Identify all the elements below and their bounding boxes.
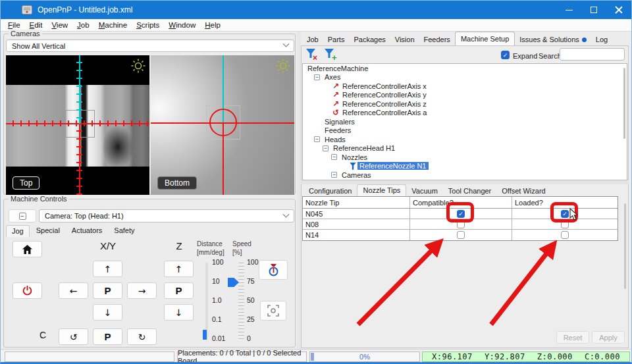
tab-issues-solutions[interactable]: Issues & Solutions [515, 34, 591, 45]
menu-item-view[interactable]: View [47, 21, 72, 29]
cameras-group-title: Cameras [9, 30, 42, 38]
tool-select[interactable]: Camera: Top (Head: H1) [39, 209, 294, 222]
tree-item-referencecontrolleraxis-z[interactable]: ↗ReferenceControllerAxis z [303, 99, 627, 109]
tree-expander-icon[interactable]: − [314, 74, 320, 80]
search-input[interactable] [560, 48, 625, 61]
menu-bar: FileEditViewJobMachineScriptsWindowHelp [1, 19, 631, 32]
tree-item-cameras[interactable]: −Cameras [303, 170, 627, 180]
camera-capture-button[interactable] [260, 301, 286, 321]
tree-item-referencecontrolleraxis-y[interactable]: ↗ReferenceControllerAxis y [303, 91, 627, 100]
tree-item-heads[interactable]: −Heads [303, 135, 627, 144]
menu-item-help[interactable]: Help [200, 21, 225, 29]
camera-view-bottom[interactable]: Bottom [151, 55, 294, 195]
jog-tab-actuators[interactable]: Actuators [66, 225, 107, 237]
park-c-button[interactable]: P [93, 328, 122, 345]
park-z-button[interactable]: P [164, 282, 194, 299]
table-row-n14[interactable]: N14 [303, 230, 618, 240]
tree-item-feeders[interactable]: Feeders [303, 126, 627, 136]
apply-button[interactable]: Apply [592, 331, 625, 344]
distance-slider-handle[interactable] [203, 330, 207, 340]
table-row-n045[interactable]: N045✓✓ [303, 209, 618, 219]
arrow-down-icon: ↓ [104, 307, 112, 318]
table-scrollbar[interactable] [624, 203, 626, 289]
tab-parts[interactable]: Parts [323, 34, 350, 45]
axis-rotation-icon: ↺ [331, 108, 340, 117]
crosshair-vertical-cyan-ticks [76, 55, 82, 124]
jog-z-minus-button[interactable]: ↓ [164, 304, 194, 321]
compatible-checkbox-n14[interactable] [457, 231, 465, 239]
rotate-cw-button[interactable]: ↻ [127, 328, 157, 345]
tree-scrollbar[interactable] [623, 68, 625, 139]
tree-item-referencemachine[interactable]: ReferenceMachine [303, 64, 627, 73]
chevron-down-icon [283, 211, 290, 217]
menu-item-edit[interactable]: Edit [25, 21, 47, 29]
tab-log[interactable]: Log [591, 34, 612, 45]
maximize-icon [591, 7, 597, 13]
setup-tab-nozzle-tips[interactable]: Nozzle Tips [357, 184, 406, 196]
tree-expander-icon[interactable]: − [331, 172, 337, 178]
tree-item-referencecontrolleraxis-a[interactable]: ↺ReferenceControllerAxis a [303, 109, 627, 118]
jog-tab-safety[interactable]: Safety [109, 225, 140, 237]
expand-checkbox[interactable]: ✓ [501, 51, 510, 59]
search-label: Search [539, 52, 562, 60]
tab-job[interactable]: Job [302, 34, 323, 45]
camera-layout-select[interactable]: Show All Vertical [6, 39, 294, 52]
setup-tab-tool-changer[interactable]: Tool Changer [443, 186, 496, 196]
loaded-checkbox-n14[interactable] [561, 231, 569, 239]
tree-expander-icon[interactable]: − [314, 136, 320, 142]
minimize-button[interactable] [556, 1, 581, 19]
z-axis-label: Z [164, 240, 194, 251]
table-row-n08[interactable]: N08 [303, 219, 618, 230]
rotate-ccw-button[interactable]: ↺ [59, 328, 88, 345]
nozzle-position-button[interactable] [259, 260, 288, 280]
tab-feeders[interactable]: Feeders [419, 34, 455, 45]
menu-item-scripts[interactable]: Scripts [132, 21, 164, 29]
speed-slider[interactable] [238, 263, 244, 340]
loaded-checkbox-n08[interactable] [561, 221, 569, 228]
menu-item-job[interactable]: Job [72, 21, 94, 29]
menu-item-window[interactable]: Window [164, 21, 200, 29]
tree-item-signalers[interactable]: Signalers [303, 117, 627, 126]
jog-y-plus-button[interactable]: ↑ [93, 261, 122, 277]
setup-tab-vacuum[interactable]: Vacuum [406, 186, 443, 196]
maximize-button[interactable] [581, 1, 606, 19]
dro-coordinates: X:96.107 Y:92.807 Z:0.000 C:0.000 [422, 351, 630, 362]
tree-item-referencenozzle-n1[interactable]: ReferenceNozzle N1 [303, 162, 627, 171]
camera-view-top[interactable]: Top [6, 55, 149, 195]
tab-machine-setup[interactable]: Machine Setup [455, 32, 515, 45]
power-button[interactable] [13, 282, 42, 299]
menu-item-file[interactable]: File [3, 21, 25, 29]
tree-expander-icon[interactable]: − [331, 154, 337, 160]
tree-item-referencehead-h1[interactable]: −ReferenceHead H1 [303, 144, 627, 153]
tree-item-referencecontrolleraxis-x[interactable]: ↗ReferenceControllerAxis x [303, 82, 627, 91]
setup-tab-offset-wizard[interactable]: Offset Wizard [496, 186, 550, 196]
jog-x-minus-button[interactable]: ← [59, 282, 88, 299]
tab-packages[interactable]: Packages [349, 34, 390, 45]
loaded-checkbox-n045[interactable]: ✓ [561, 210, 569, 218]
jog-tab-jog[interactable]: Jog [6, 225, 30, 237]
park-xy-button[interactable]: P [93, 282, 122, 299]
compatible-cell [409, 219, 512, 229]
tab-vision[interactable]: Vision [390, 34, 419, 45]
loaded-cell: ✓ [512, 209, 618, 219]
tree-expander-icon[interactable]: − [323, 145, 329, 151]
reset-button[interactable]: Reset [556, 331, 589, 344]
close-button[interactable] [606, 1, 631, 19]
jog-tab-special[interactable]: Special [31, 225, 65, 237]
setup-tab-configuration[interactable]: Configuration [303, 186, 357, 196]
jog-z-plus-button[interactable]: ↑ [164, 261, 194, 277]
crosshair-vertical-red-ticks [76, 124, 82, 195]
collapse-controls-button[interactable]: − [9, 209, 36, 222]
jog-x-plus-button[interactable]: → [127, 282, 157, 299]
home-button[interactable] [13, 241, 42, 257]
jog-y-minus-button[interactable]: ↓ [93, 304, 122, 321]
tree-item-axes[interactable]: −Axes [303, 73, 627, 82]
tree-item-nozzles[interactable]: −Nozzles [303, 153, 627, 162]
menu-item-machine[interactable]: Machine [94, 21, 132, 29]
distance-tick-label: 0.01 [212, 334, 230, 342]
status-bar: Placements: 0 / 0 Total | 0 / 0 Selected… [1, 349, 631, 363]
distance-slider[interactable] [205, 263, 208, 340]
compatible-checkbox-n045[interactable]: ✓ [457, 210, 465, 218]
machine-tree: ReferenceMachine−Axes↗ReferenceControlle… [302, 63, 627, 180]
compatible-checkbox-n08[interactable] [457, 221, 465, 228]
